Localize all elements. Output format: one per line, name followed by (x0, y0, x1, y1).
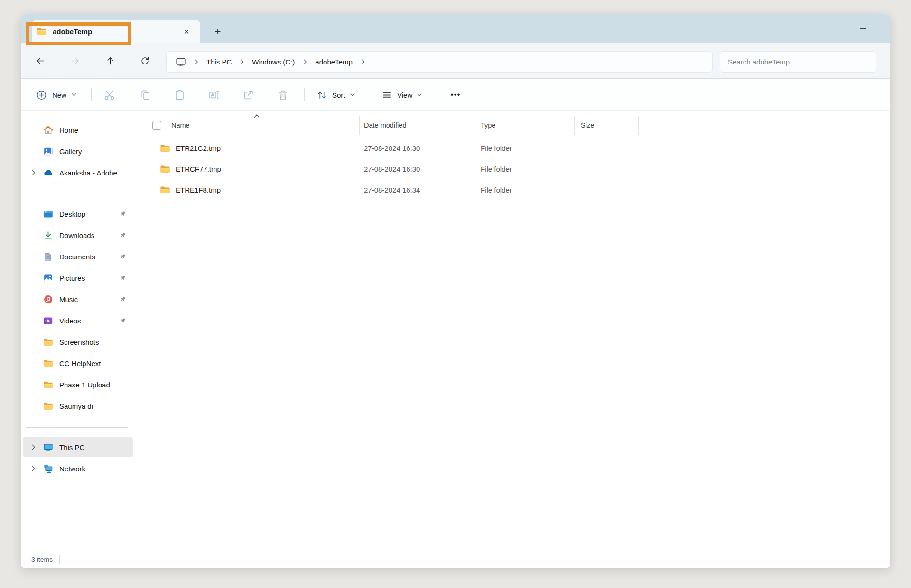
select-all-checkbox[interactable] (152, 121, 161, 130)
new-button[interactable]: New (31, 85, 81, 104)
column-header-name[interactable]: Name (137, 116, 360, 135)
sort-button[interactable]: Sort (313, 85, 359, 104)
chevron-right-icon[interactable] (29, 169, 37, 176)
rename-icon (208, 89, 220, 101)
up-arrow-icon (105, 56, 115, 66)
sidebar-item-videos[interactable]: Videos (23, 311, 133, 331)
sidebar-item-label: Pictures (59, 274, 85, 282)
breadcrumb-item-adobetemp[interactable]: adobeTemp (308, 55, 359, 69)
sort-button-label: Sort (332, 91, 345, 99)
sidebar-item-music[interactable]: Music (23, 289, 133, 309)
file-type-cell: File folder (474, 186, 575, 194)
tab-adobetemp[interactable]: adobeTemp × (32, 20, 200, 43)
file-explorer-window: adobeTemp × + This PCWindows (C:)adobeTe… (21, 14, 890, 568)
rename-button[interactable] (203, 85, 224, 104)
sidebar-item-network[interactable]: Network (23, 459, 133, 478)
copy-button[interactable] (135, 85, 156, 104)
chevron-right-icon[interactable] (29, 444, 37, 450)
file-row-etr21c2-tmp[interactable]: ETR21C2.tmp27-08-2024 16:30File folder (137, 138, 890, 158)
breadcrumb-chevron-icon[interactable] (303, 59, 307, 65)
breadcrumb: This PCWindows (C:)adobeTemp (199, 55, 366, 69)
sort-ascending-caret-icon[interactable] (254, 114, 260, 118)
folder-icon (43, 358, 53, 368)
column-header-type[interactable]: Type (474, 116, 575, 135)
up-button[interactable] (102, 53, 118, 69)
chevron-right-icon (29, 253, 37, 260)
breadcrumb-chevron-icon[interactable] (240, 59, 244, 65)
breadcrumb-chevron-icon[interactable] (194, 59, 198, 65)
column-header-label: Type (481, 121, 495, 129)
share-button[interactable] (238, 85, 259, 104)
sidebar-item-gallery[interactable]: Gallery (23, 141, 133, 161)
minimize-icon (860, 28, 866, 29)
tab-close-button[interactable]: × (180, 26, 193, 38)
tab-title: adobeTemp (53, 28, 92, 36)
minimize-button[interactable] (851, 14, 874, 43)
toolbar-divider (91, 88, 92, 101)
sidebar-item-home[interactable]: Home (23, 120, 133, 140)
folder-icon (37, 27, 47, 36)
cut-button[interactable] (99, 85, 120, 104)
delete-button[interactable] (272, 85, 293, 104)
sidebar-item-label: Phase 1 Upload (59, 381, 110, 389)
new-tab-button[interactable]: + (210, 20, 226, 43)
home-icon (43, 125, 53, 135)
column-header-size[interactable]: Size (575, 116, 639, 135)
sidebar-item-label: Downloads (59, 231, 94, 239)
sidebar-item-label: Music (59, 295, 78, 303)
pin-icon (119, 296, 126, 303)
sidebar-item-downloads[interactable]: Downloads (23, 225, 133, 245)
folder-icon (160, 165, 170, 174)
chevron-right-icon (29, 296, 37, 303)
onedrive-icon (43, 168, 53, 178)
sidebar-item-akanksha-adobe[interactable]: Akanksha - Adobe (23, 163, 133, 183)
refresh-button[interactable] (137, 53, 153, 69)
chevron-down-icon (350, 92, 355, 97)
pin-icon (119, 275, 126, 282)
sidebar-item-documents[interactable]: Documents (23, 247, 133, 266)
sidebar-item-label: Desktop (59, 210, 85, 218)
sidebar-item-this-pc[interactable]: This PC (23, 437, 133, 457)
file-name-label: ETRCF77.tmp (176, 165, 221, 173)
file-date-cell: 27-08-2024 16:30 (360, 144, 474, 152)
breadcrumb-chevron-icon[interactable] (361, 59, 365, 65)
address-bar[interactable]: This PCWindows (C:)adobeTemp (166, 51, 713, 73)
forward-button[interactable] (67, 53, 83, 69)
share-icon (242, 89, 254, 101)
chevron-right-icon (29, 317, 37, 324)
breadcrumb-item-this-pc[interactable]: This PC (199, 55, 239, 69)
navigation-sidebar: HomeGalleryAkanksha - AdobeDesktopDownlo… (21, 111, 137, 551)
pin-icon (119, 317, 126, 324)
view-button[interactable]: View (378, 85, 426, 104)
file-type-cell: File folder (474, 144, 575, 152)
file-name-label: ETRE1F8.tmp (176, 186, 221, 194)
chevron-right-icon[interactable] (29, 465, 37, 472)
file-name-cell: ETRCF77.tmp (137, 165, 360, 174)
sidebar-item-label: Videos (59, 317, 81, 325)
chevron-right-icon (29, 403, 37, 409)
sidebar-item-pictures[interactable]: Pictures (23, 268, 133, 288)
back-arrow-icon (36, 56, 46, 66)
sidebar-item-cc-helpnext[interactable]: CC HelpNext (23, 353, 133, 373)
column-header-date-modified[interactable]: Date modified (360, 116, 474, 135)
chevron-right-icon (29, 360, 37, 367)
more-options-button[interactable]: ••• (445, 85, 466, 104)
column-header-label: Name (171, 121, 190, 129)
file-row-etre1f8-tmp[interactable]: ETRE1F8.tmp27-08-2024 16:34File folder (137, 179, 890, 200)
sidebar-item-label: Screenshots (59, 338, 99, 346)
breadcrumb-item-windows-c[interactable]: Windows (C:) (245, 55, 302, 69)
sidebar-item-label: This PC (59, 443, 84, 451)
chevron-right-icon (29, 127, 37, 133)
sidebar-item-desktop[interactable]: Desktop (23, 204, 133, 224)
folder-icon (160, 185, 170, 194)
gallery-icon (43, 147, 53, 156)
file-row-etrcf77-tmp[interactable]: ETRCF77.tmp27-08-2024 16:30File folder (137, 158, 890, 179)
sidebar-item-screenshots[interactable]: Screenshots (23, 332, 133, 352)
sidebar-item-saumya-di[interactable]: Saumya di (23, 396, 133, 416)
paste-button[interactable] (169, 85, 190, 104)
sidebar-item-phase-1-upload[interactable]: Phase 1 Upload (23, 375, 133, 395)
file-date-cell: 27-08-2024 16:34 (360, 186, 474, 194)
back-button[interactable] (32, 53, 48, 69)
item-count: 3 items (31, 556, 53, 563)
search-input[interactable] (720, 52, 876, 72)
